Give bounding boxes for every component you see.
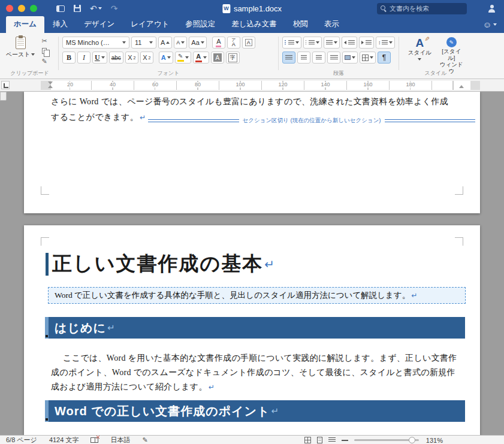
increase-indent-button[interactable] [359, 37, 374, 49]
font-name-select[interactable]: MS Mincho (… [62, 37, 129, 49]
enclose-characters-button[interactable]: 字 [226, 52, 240, 64]
cut-button[interactable]: ✂ [39, 37, 50, 45]
paragraph-line[interactable]: 成および適用方法について紹介します。↵ [51, 382, 215, 392]
underline-button[interactable]: U [92, 52, 107, 64]
zoom-slider-knob[interactable] [409, 437, 415, 443]
ruler-tick: 20 [67, 82, 74, 87]
highlight-button[interactable]: ✎ [175, 52, 191, 64]
zoom-level[interactable]: 131% [425, 437, 443, 444]
tab-mailings[interactable]: 差し込み文書 [224, 16, 285, 33]
copy-button[interactable] [39, 47, 50, 55]
print-layout-icon [317, 437, 322, 443]
italic-button[interactable]: I [77, 52, 90, 64]
undo-icon: ↶ [90, 4, 97, 13]
heading-2-points[interactable]: Word での正しい文書作成のポイント ↵ [45, 400, 465, 422]
language-selector[interactable]: 日本語 [110, 436, 130, 444]
borders-button[interactable] [360, 52, 376, 64]
multilevel-list-icon [326, 40, 333, 46]
tab-insert[interactable]: 挿入 [45, 16, 76, 33]
paragraph-group: ↕ ¶ 段落 [279, 33, 399, 78]
page-indicator[interactable]: 6/8 ページ [6, 436, 37, 444]
tab-home[interactable]: ホーム [6, 16, 44, 33]
view-print-layout-button[interactable] [317, 437, 322, 443]
character-shading-button[interactable]: A [211, 52, 224, 64]
tab-layout[interactable]: レイアウト [123, 16, 177, 33]
sidebar-toggle-icon[interactable] [56, 5, 65, 12]
word-count[interactable]: 4124 文字 [49, 436, 79, 444]
align-center-button[interactable] [297, 52, 310, 64]
focus-view-icon [304, 437, 311, 443]
subscript-button[interactable]: X2 [125, 52, 138, 64]
text-effects-button[interactable]: A [159, 52, 173, 64]
page-1[interactable]: さらに Word では、ページ番号のスタイルも豊富にありますので、洗練された文書… [24, 92, 480, 213]
page-2[interactable]: 正しい文書作成の基本 ↵ Word で正しい文書を作成する具体的な手順と、見出し… [24, 225, 480, 435]
grow-font-button[interactable]: A [158, 37, 172, 49]
right-indent-marker[interactable] [459, 85, 464, 88]
align-right-button[interactable] [312, 52, 325, 64]
bullets-button[interactable] [282, 37, 301, 49]
body-text-line[interactable]: することができます。 [51, 112, 138, 123]
font-color-button[interactable]: A [193, 52, 209, 64]
hanging-indent-marker[interactable] [48, 85, 53, 88]
callout-paragraph[interactable]: Word で正しい文書を作成する具体的な手順と、見出しのスタイル適用方法について… [48, 287, 466, 304]
shading-button[interactable] [342, 52, 358, 64]
multilevel-list-button[interactable] [324, 37, 340, 49]
shrink-font-button[interactable]: A [174, 37, 187, 49]
search-input[interactable] [390, 5, 463, 12]
align-left-button[interactable] [282, 52, 295, 64]
horizontal-ruler[interactable]: 20 40 60 80 100 120 140 160 180 [0, 79, 504, 92]
minimize-window-button[interactable] [18, 5, 25, 12]
bold-button[interactable]: B [62, 52, 76, 64]
paragraph-line[interactable]: 成のポイント、Word でのスムーズなドキュメント作成のコツ、そして最後に、スタ… [51, 367, 455, 378]
tab-review[interactable]: 校閲 [285, 16, 316, 33]
change-case-button[interactable]: Aa [189, 37, 206, 49]
format-painter-button[interactable]: ✎ [39, 57, 50, 65]
return-mark-icon: ↵ [411, 291, 417, 300]
phonetic-guide-button[interactable]: アA [227, 37, 240, 49]
ink-status[interactable]: ✎ [142, 437, 147, 443]
body-text-line[interactable]: さらに Word では、ページ番号のスタイルも豊富にありますので、洗練された文書… [51, 96, 448, 107]
search-box[interactable] [377, 3, 467, 14]
zoom-window-button[interactable] [30, 5, 37, 12]
heading-1[interactable]: 正しい文書作成の基本 ↵ [46, 250, 274, 277]
close-window-button[interactable] [6, 5, 13, 12]
strikethrough-button[interactable]: abc [109, 52, 123, 64]
view-outline-button[interactable] [328, 437, 336, 443]
superscript-button[interactable]: X2 [140, 52, 153, 64]
first-line-indent-marker[interactable] [48, 81, 53, 84]
section-break: セクション区切り (現在の位置から新しいセクション) [148, 117, 475, 125]
tab-view[interactable]: 表示 [316, 16, 347, 33]
numbering-button[interactable] [303, 37, 322, 49]
bullets-dropdown-icon [295, 41, 299, 44]
justify-button[interactable] [327, 52, 340, 64]
smiley-icon: ☺ [483, 20, 491, 29]
character-border-button[interactable]: A [242, 37, 255, 49]
styles-pane-icon: ✎ [446, 37, 457, 47]
justify-icon [330, 55, 338, 61]
view-draft-button[interactable] [342, 440, 348, 441]
highlight-dropdown-icon [185, 56, 189, 59]
paste-button[interactable]: ペースト [5, 36, 36, 64]
redo-icon[interactable]: ↷ [111, 4, 118, 13]
highlighter-icon: ✎ [178, 53, 183, 59]
tab-design[interactable]: デザイン [76, 16, 122, 33]
show-marks-button[interactable]: ¶ [378, 52, 391, 64]
zoom-slider[interactable] [354, 439, 419, 441]
decrease-indent-button[interactable] [342, 37, 357, 49]
font-size-select[interactable]: 11 [131, 37, 156, 49]
outline-view-icon [328, 437, 336, 443]
view-focus-button[interactable] [304, 437, 311, 443]
line-spacing-button[interactable]: ↕ [376, 37, 395, 49]
save-icon[interactable] [74, 5, 81, 12]
spellcheck-status[interactable] [90, 437, 98, 443]
feedback-smiley-button[interactable]: ☺ [483, 20, 497, 29]
clear-formatting-button[interactable]: A [212, 37, 225, 49]
heading-2-intro[interactable]: はじめに ↵ [45, 317, 465, 339]
share-person-icon[interactable] [488, 5, 496, 13]
vertical-ruler-stub[interactable] [0, 92, 7, 101]
paragraph-line[interactable]: ここでは、Word を用いた基本的な文書作成の手順について実践的に解説します。ま… [63, 353, 457, 364]
tab-stop-selector[interactable] [1, 81, 10, 89]
tab-references[interactable]: 参照設定 [177, 16, 223, 33]
undo-button[interactable]: ↶ [90, 4, 102, 13]
document-canvas[interactable]: さらに Word では、ページ番号のスタイルも豊富にありますので、洗練された文書… [0, 92, 504, 435]
